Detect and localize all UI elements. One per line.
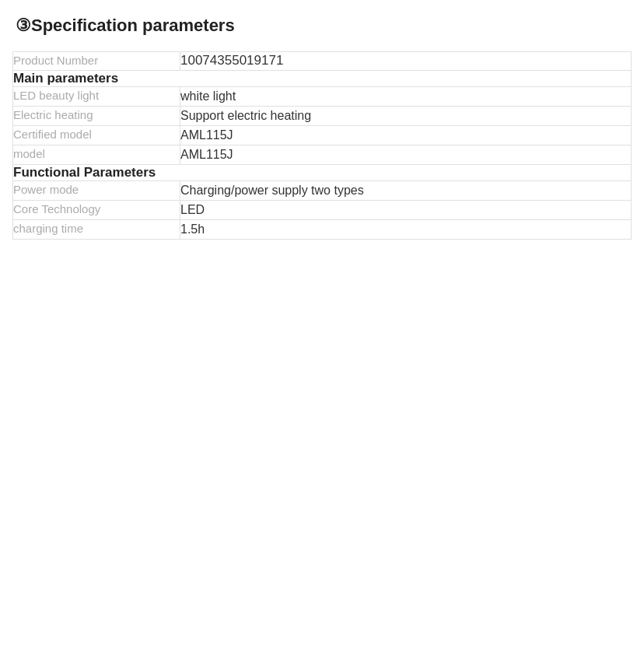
core-technology-value: LED [180,200,632,219]
table-row: Core Technology LED [13,200,632,219]
table-row: model AML115J [13,145,632,164]
product-number-row: Product Number 100743550​19171 [13,52,632,71]
spec-table: Product Number 100743550​19171 Main para… [12,51,632,240]
electric-heating-value: Support electric heating [180,106,632,125]
certified-model-value: AML115J [180,125,632,145]
functional-params-header: Functional Parameters [13,164,632,180]
core-technology-label: Core Technology [13,200,180,219]
table-row: Electric heating Support electric heatin… [13,106,632,125]
page-wrapper: ③Specification parameters Product Number… [0,0,644,655]
led-beauty-light-value: white light [180,86,632,106]
table-row: LED beauty light white light [13,86,632,106]
electric-heating-label: Electric heating [13,106,180,125]
model-value: AML115J [180,145,632,164]
led-beauty-light-label: LED beauty light [13,86,180,106]
power-mode-value: Charging/power supply two types [180,180,632,200]
model-label: model [13,145,180,164]
charging-time-label: charging time [13,219,180,239]
table-row: Certified model AML115J [13,125,632,145]
certified-model-label: Certified model [13,125,180,145]
table-row: Power mode Charging/power supply two typ… [13,180,632,200]
product-number-label: Product Number [13,52,180,71]
functional-params-header-row: Functional Parameters [13,164,632,180]
table-row: charging time 1.5h [13,219,632,239]
power-mode-label: Power mode [13,180,180,200]
main-params-header: Main parameters [13,70,632,86]
main-params-header-row: Main parameters [13,70,632,86]
section-title: ③Specification parameters [12,16,632,36]
product-number-value: 100743550​19171 [180,52,632,71]
charging-time-value: 1.5h [180,219,632,239]
